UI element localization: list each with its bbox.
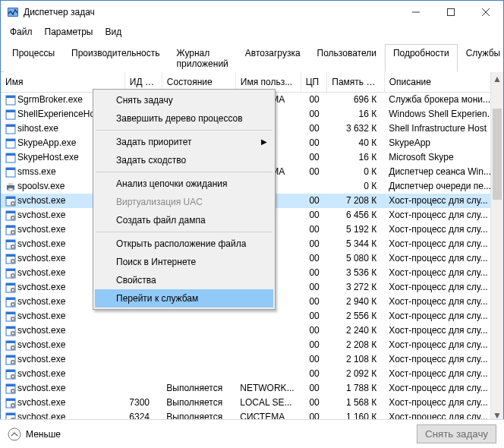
svc-icon (5, 297, 16, 308)
context-menu-item[interactable]: Задать сходство (95, 151, 273, 169)
scroll-thumb[interactable] (493, 109, 502, 200)
cell: 5 080 К (327, 251, 385, 266)
column-header[interactable]: Описание (384, 72, 502, 93)
cell (235, 309, 301, 323)
cell: Выполняется (162, 381, 235, 396)
cell: Служба брокера мони... (384, 93, 502, 107)
svg-rect-3 (448, 9, 455, 16)
cell: svchost.exe (1, 352, 124, 367)
svg-rect-42 (6, 269, 15, 271)
cell (162, 338, 235, 352)
end-task-button[interactable]: Снять задачу (417, 424, 496, 443)
svg-rect-26 (6, 211, 15, 213)
context-menu-item[interactable]: Завершить дерево процессов (95, 109, 273, 128)
cell: 2 556 К (327, 309, 385, 323)
context-menu-item[interactable]: Свойства (95, 271, 273, 289)
tab-1[interactable]: Производительность (63, 44, 168, 72)
table-row[interactable]: svchost.exe002 108 КХост-процесс для слу… (1, 352, 503, 367)
cell: 00 (301, 396, 327, 410)
svg-point-80 (12, 405, 14, 406)
menu-separator (96, 130, 272, 131)
cell: LOCAL SE... (235, 396, 301, 410)
svg-rect-9 (6, 110, 15, 112)
tab-3[interactable]: Автозагрузка (237, 44, 309, 72)
svg-rect-34 (6, 240, 15, 242)
context-menu-item[interactable]: Создать файл дампа (95, 211, 273, 229)
tab-4[interactable]: Пользователи (309, 44, 385, 72)
column-header[interactable]: ЦП (301, 72, 327, 93)
context-menu-item[interactable]: Задать приоритет▶ (95, 133, 273, 151)
cell: Хост-процесс для слу... (384, 208, 502, 222)
tabs: ПроцессыПроизводительностьЖурнал приложе… (1, 40, 503, 72)
scrollbar[interactable]: ▲ ▼ (490, 72, 503, 421)
cell: 2 240 К (327, 323, 385, 338)
cell: Microsoft Skype (384, 150, 502, 165)
svg-rect-62 (6, 341, 15, 343)
tab-6[interactable]: Службы (458, 44, 504, 72)
cell: 2 940 К (327, 295, 385, 309)
column-header[interactable]: Память (ч... (327, 72, 385, 93)
table-row[interactable]: svchost.exe002 208 КХост-процесс для слу… (1, 338, 503, 352)
cell: 00 (301, 295, 327, 309)
cell: 00 (301, 107, 327, 121)
tab-0[interactable]: Процессы (4, 44, 63, 72)
cell: svchost.exe (1, 323, 124, 338)
menu-файл[interactable]: Файл (4, 24, 39, 39)
fewer-details-button[interactable]: Меньше (8, 427, 61, 441)
svg-rect-19 (8, 183, 13, 185)
cell: svchost.exe (1, 381, 124, 396)
table-row[interactable]: svchost.exe002 240 КХост-процесс для слу… (1, 323, 503, 338)
table-row[interactable]: svchost.exe7300ВыполняетсяLOCAL SE...001… (1, 396, 503, 410)
cell: 3 272 К (327, 280, 385, 295)
cell (124, 323, 162, 338)
menu-параметры[interactable]: Параметры (39, 24, 99, 39)
svg-rect-46 (6, 283, 15, 286)
cell: 696 К (327, 93, 385, 107)
context-menu-item[interactable]: Анализ цепочки ожидания (95, 175, 273, 193)
svg-rect-15 (6, 153, 15, 156)
svg-rect-22 (6, 197, 15, 199)
svg-rect-30 (6, 226, 15, 228)
close-button[interactable] (468, 1, 503, 24)
cell: 16 К (327, 107, 385, 121)
menubar: ФайлПараметрыВид (1, 24, 503, 40)
svg-point-40 (12, 260, 14, 262)
table-row[interactable]: svchost.exe002 092 КХост-процесс для слу… (1, 367, 503, 381)
tab-2[interactable]: Журнал приложений (169, 44, 237, 72)
context-menu-item[interactable]: Открыть расположение файла (95, 235, 273, 253)
cell: 1 568 К (327, 396, 385, 410)
table-row[interactable]: svchost.exeВыполняетсяNETWORK...001 788 … (1, 381, 503, 396)
svc-icon (5, 196, 16, 207)
minimize-button[interactable] (398, 1, 433, 24)
context-menu-item[interactable]: Поиск в Интернете (95, 253, 273, 271)
cell: Хост-процесс для слу... (384, 323, 502, 338)
cell: NETWORK... (235, 381, 301, 396)
svg-rect-17 (6, 168, 15, 170)
cell: svchost.exe (1, 338, 124, 352)
tab-5[interactable]: Подробности (385, 44, 458, 72)
cell: SkypeApp (384, 136, 502, 150)
scroll-up-icon[interactable]: ▲ (491, 72, 503, 85)
cell: 00 (301, 266, 327, 280)
cell (124, 352, 162, 367)
svg-point-76 (12, 390, 14, 392)
cell: 00 (301, 352, 327, 367)
submenu-arrow-icon: ▶ (261, 137, 267, 146)
context-menu-item[interactable]: Перейти к службам (95, 289, 273, 308)
cell: Хост-процесс для слу... (384, 396, 502, 410)
maximize-button[interactable] (433, 1, 468, 24)
menu-вид[interactable]: Вид (99, 24, 128, 39)
context-menu-item[interactable]: Снять задачу (95, 91, 273, 109)
svc-icon (5, 254, 16, 264)
cell: 1 788 К (327, 381, 385, 396)
svc-icon (5, 210, 16, 221)
cell: Хост-процесс для слу... (384, 266, 502, 280)
cell: 00 (301, 93, 327, 107)
table-row[interactable]: svchost.exe002 556 КХост-процесс для слу… (1, 309, 503, 323)
cell: Хост-процесс для слу... (384, 338, 502, 352)
app-icon (5, 109, 16, 120)
svg-rect-13 (6, 139, 15, 141)
svc-icon (5, 225, 16, 235)
cell (162, 323, 235, 338)
cell: 00 (301, 251, 327, 266)
